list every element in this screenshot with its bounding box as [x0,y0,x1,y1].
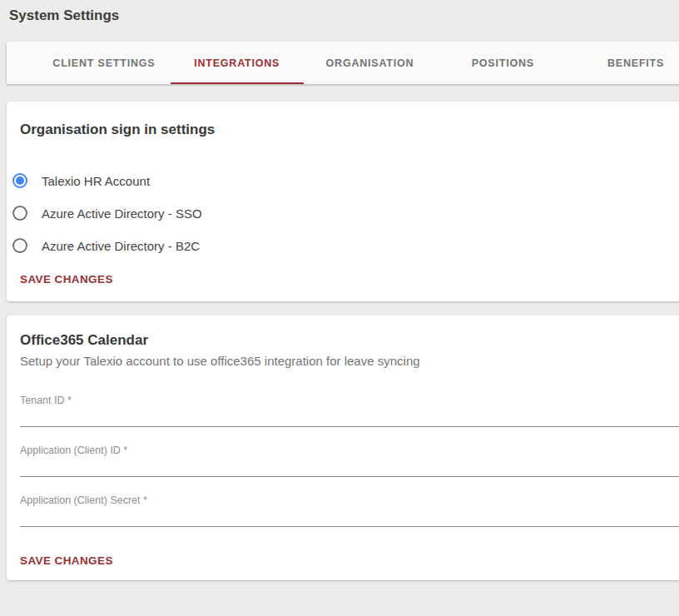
tab-client-settings[interactable]: CLIENT SETTINGS [37,42,171,84]
signin-card-title: Organisation sign in settings [20,122,679,137]
radio-selected-icon[interactable] [12,173,27,188]
client-id-input[interactable] [20,456,679,477]
signin-radio-group: Talexio HR Account Azure Active Director… [20,172,679,254]
tab-organisation[interactable]: ORGANISATION [304,42,437,84]
radio-option-label: Azure Active Directory - SSO [42,206,202,221]
tenant-id-input[interactable] [20,406,679,427]
tab-positions[interactable]: POSITIONS [436,42,569,84]
client-id-label: Application (Client) ID * [20,445,679,456]
save-changes-button[interactable]: SAVE CHANGES [20,554,113,567]
radio-unselected-icon[interactable] [12,206,27,221]
radio-option-label: Talexio HR Account [42,174,150,188]
save-changes-button[interactable]: SAVE CHANGES [20,273,113,286]
client-secret-field: Application (Client) Secret * [20,494,679,527]
radio-option-talexio-hr[interactable]: Talexio HR Account [12,172,679,189]
radio-option-label: Azure Active Directory - B2C [42,239,200,253]
tab-bar: CLIENT SETTINGS INTEGRATIONS ORGANISATIO… [7,42,679,84]
tenant-id-label: Tenant ID * [20,395,679,406]
office365-calendar-card: Office365 Calendar Setup your Talexio ac… [7,315,679,580]
calendar-card-subtitle: Setup your Talexio account to use office… [20,354,679,369]
client-id-field: Application (Client) ID * [20,445,679,477]
client-secret-label: Application (Client) Secret * [20,494,679,506]
radio-option-azure-sso[interactable]: Azure Active Directory - SSO [12,205,679,221]
tab-benefits[interactable]: BENEFITS [569,42,679,84]
calendar-card-title: Office365 Calendar [20,332,679,348]
radio-option-azure-b2c[interactable]: Azure Active Directory - B2C [12,237,679,254]
organisation-signin-card: Organisation sign in settings Talexio HR… [7,102,679,301]
tenant-id-field: Tenant ID * [20,395,679,427]
page-title: System Settings [0,0,679,24]
page-header: System Settings [0,0,679,42]
client-secret-input[interactable] [20,506,679,527]
tab-integrations[interactable]: INTEGRATIONS [171,42,304,84]
radio-unselected-icon[interactable] [12,238,27,253]
